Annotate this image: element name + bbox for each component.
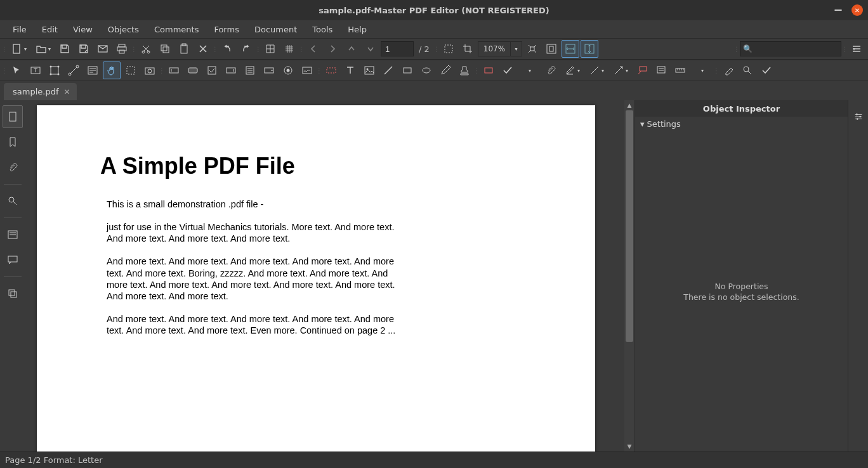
open-button[interactable]: ▾ (32, 40, 55, 58)
email-button[interactable] (94, 40, 112, 58)
actual-size-button[interactable] (523, 40, 541, 58)
tab-close-icon[interactable]: ✕ (63, 88, 70, 96)
print-button[interactable] (113, 40, 131, 58)
paste-button[interactable] (175, 40, 193, 58)
scroll-up-icon[interactable]: ▲ (624, 100, 635, 110)
list-field-button[interactable] (241, 62, 259, 79)
copy-button[interactable] (156, 40, 174, 58)
highlighter-button[interactable]: ▾ (561, 62, 584, 79)
menu-file[interactable]: File (5, 22, 34, 37)
crop-button[interactable] (459, 40, 477, 58)
next-page-button[interactable] (324, 40, 341, 58)
search-panel-button[interactable] (3, 190, 23, 212)
select-area-button[interactable] (122, 62, 140, 79)
scroll-down-icon[interactable]: ▼ (624, 441, 635, 452)
page-number-input[interactable] (381, 41, 414, 56)
save-button[interactable] (56, 40, 74, 58)
page-canvas[interactable]: A Simple PDF File This is a small demons… (25, 100, 624, 452)
chevron-down-icon[interactable]: ▾ (510, 42, 522, 56)
rect-tool-button[interactable] (398, 62, 416, 79)
combo-field-button[interactable] (222, 62, 240, 79)
stamp-tool-button[interactable] (456, 62, 473, 79)
snapshot-button[interactable] (141, 62, 159, 79)
panel-toggle-button[interactable] (848, 40, 865, 58)
search-box[interactable]: 🔍 ▾ (740, 41, 841, 56)
find-replace-button[interactable] (739, 62, 756, 79)
ellipse-tool-button[interactable] (418, 62, 435, 79)
menu-view[interactable]: View (65, 22, 100, 37)
edit-text-button[interactable] (27, 62, 44, 79)
attachments-panel-button[interactable] (3, 156, 23, 179)
redo-button[interactable] (237, 40, 255, 58)
button-field-button[interactable] (184, 62, 202, 79)
comments-panel-button[interactable] (3, 249, 23, 271)
hand-tool-button[interactable] (103, 62, 121, 79)
menu-objects[interactable]: Objects (100, 22, 147, 37)
menu-help[interactable]: Help (340, 22, 374, 37)
inspector-section-header[interactable]: ▾ Settings (635, 117, 848, 131)
radio-field-button[interactable] (279, 62, 297, 79)
prev-page-button[interactable] (305, 40, 322, 58)
line-tool-button[interactable] (379, 62, 397, 79)
link-button[interactable] (322, 62, 340, 79)
fields-panel-button[interactable] (3, 223, 23, 246)
document-tab[interactable]: sample.pdf ✕ (4, 83, 77, 100)
highlight-rect-button[interactable] (480, 62, 497, 79)
pencil-tool-button[interactable] (437, 62, 454, 79)
measure-dropdown[interactable]: ▾ (690, 62, 713, 79)
scroll-thumb[interactable] (626, 110, 633, 342)
arrow-annot-button[interactable]: ▾ (609, 62, 632, 79)
zoom-marquee-button[interactable] (440, 40, 457, 58)
delete-button[interactable] (194, 40, 212, 58)
next-view-button[interactable] (362, 40, 379, 58)
line-annot-button[interactable]: ▾ (585, 62, 608, 79)
attachment-button[interactable] (542, 62, 560, 79)
prev-view-button[interactable] (343, 40, 360, 58)
svg-rect-45 (640, 67, 647, 71)
fit-height-button[interactable] (581, 40, 598, 58)
signature-field-button[interactable] (298, 62, 316, 79)
search-input[interactable] (755, 44, 850, 53)
checkmark-dropdown[interactable]: ▾ (518, 62, 541, 79)
text-field-button[interactable] (165, 62, 183, 79)
eraser-button[interactable] (720, 62, 737, 79)
menu-document[interactable]: Document (247, 22, 305, 37)
fit-width-button[interactable] (562, 40, 579, 58)
grid-button[interactable] (261, 40, 279, 58)
text-tool-button[interactable] (341, 62, 359, 79)
menu-tools[interactable]: Tools (305, 22, 340, 37)
close-icon[interactable]: ✕ (852, 4, 863, 16)
snap-button[interactable] (280, 40, 298, 58)
measure-button[interactable] (671, 62, 689, 79)
save-as-button[interactable] (75, 40, 93, 58)
separator (4, 276, 22, 277)
note-button[interactable] (652, 62, 670, 79)
edit-object-button[interactable] (46, 62, 63, 79)
pages-panel-button[interactable] (3, 105, 23, 128)
checkmark-button[interactable] (499, 62, 516, 79)
scroll-track[interactable] (624, 110, 635, 441)
undo-button[interactable] (218, 40, 236, 58)
callout-button[interactable] (633, 62, 651, 79)
bookmarks-panel-button[interactable] (3, 131, 23, 153)
dropdown-field-button[interactable] (260, 62, 278, 79)
vertical-scrollbar[interactable]: ▲ ▼ (624, 100, 635, 452)
edit-vector-button[interactable] (65, 62, 82, 79)
new-button[interactable]: ▾ (8, 40, 30, 58)
select-tool-button[interactable] (8, 62, 25, 79)
properties-toggle-button[interactable] (848, 105, 869, 128)
cut-button[interactable] (137, 40, 155, 58)
fit-page-button[interactable] (542, 40, 560, 58)
menu-edit[interactable]: Edit (34, 22, 65, 37)
zoom-select[interactable]: 107% ▾ (478, 41, 522, 56)
edit-form-button[interactable] (84, 62, 102, 79)
svg-rect-39 (327, 68, 336, 73)
apply-button[interactable] (758, 62, 775, 79)
image-tool-button[interactable] (360, 62, 378, 79)
svg-rect-46 (657, 67, 665, 73)
minimize-icon[interactable] (834, 6, 843, 15)
menu-comments[interactable]: Comments (147, 22, 206, 37)
checkbox-field-button[interactable] (203, 62, 221, 79)
layers-panel-button[interactable] (3, 282, 23, 305)
menu-forms[interactable]: Forms (206, 22, 247, 37)
